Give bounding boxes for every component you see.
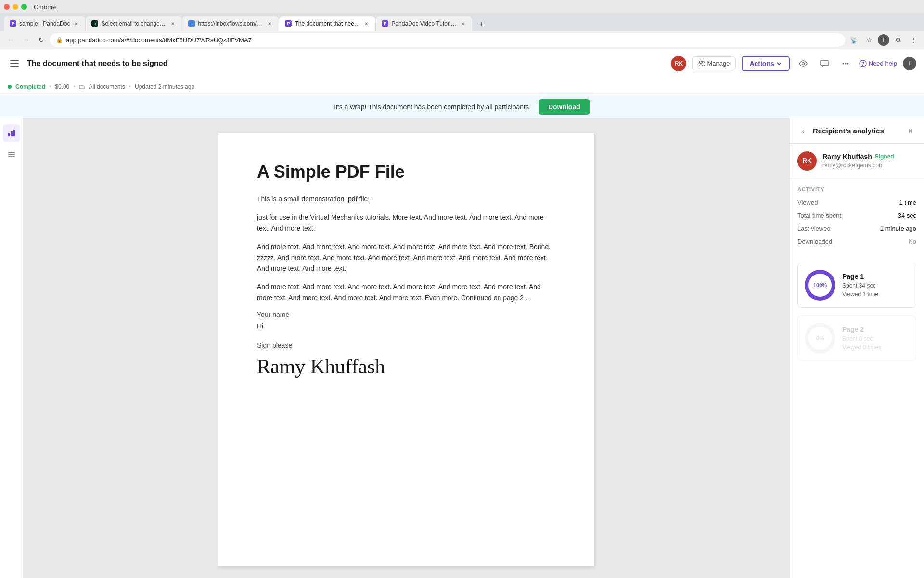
profile-icon[interactable]: I: [878, 34, 889, 46]
address-bar[interactable]: 🔒 app.pandadoc.com/a/#/documents/dMkF6UD…: [50, 33, 845, 47]
browser-tab-4[interactable]: P The document that needs to b... ✕: [279, 16, 375, 31]
tab-title-2: Select email to change | Djang...: [101, 20, 167, 27]
recipient-avatar: RK: [797, 151, 817, 171]
view-icon-button[interactable]: [796, 56, 811, 71]
page-1-viewed: Viewed 1 time: [842, 291, 878, 298]
svg-rect-1: [10, 63, 19, 64]
eye-icon: [799, 59, 808, 68]
maximize-window-button[interactable]: [21, 4, 27, 10]
app-header: The document that needs to be signed RK …: [0, 49, 924, 78]
comment-icon-button[interactable]: [817, 56, 832, 71]
viewed-value: 1 time: [899, 199, 916, 206]
page-1-spent: Spent 34 sec: [842, 282, 878, 289]
page-1-name: Page 1: [842, 273, 878, 280]
manage-button[interactable]: Manage: [692, 56, 736, 70]
analytics-back-button[interactable]: ‹: [797, 125, 809, 137]
tab-close-2[interactable]: ✕: [169, 20, 176, 27]
doc-viewer[interactable]: A Simple PDF File This is a small demons…: [23, 118, 789, 578]
tab-favicon-5: P: [382, 20, 388, 27]
forward-button[interactable]: →: [19, 33, 33, 47]
tab-title-5: PandaDoc Video Tutorials (Tri...: [391, 20, 457, 27]
tabs-bar: P sample - PandaDoc ✕ D Select email to …: [0, 13, 924, 31]
minimize-window-button[interactable]: [13, 4, 18, 10]
tab-close-5[interactable]: ✕: [460, 20, 466, 27]
need-help-button[interactable]: ? Need help: [859, 60, 897, 67]
tab-title-1: sample - PandaDoc: [19, 20, 70, 27]
menu-icon[interactable]: ⋮: [907, 33, 920, 47]
svg-rect-15: [8, 152, 15, 153]
cast-icon[interactable]: 📡: [847, 33, 860, 47]
svg-point-8: [845, 63, 846, 64]
separator-3: •: [129, 83, 131, 90]
browser-app-name: Chrome: [34, 3, 56, 11]
browser-tab-1[interactable]: P sample - PandaDoc ✕: [4, 16, 85, 31]
downloaded-value: No: [908, 238, 916, 245]
browser-tab-5[interactable]: P PandaDoc Video Tutorials (Tri... ✕: [376, 16, 472, 31]
last-viewed-row: Last viewed 1 minute ago: [797, 225, 916, 232]
doc-folder: All documents: [89, 83, 125, 90]
svg-rect-17: [8, 156, 15, 157]
sidebar-list-icon[interactable]: [3, 145, 20, 163]
tab-close-4[interactable]: ✕: [363, 20, 370, 27]
page-2-info: Page 2 Spent 0 sec Viewed 0 times: [842, 326, 881, 351]
analytics-header: ‹ Recipient's analytics ✕: [790, 118, 924, 144]
analytics-panel: ‹ Recipient's analytics ✕ RK Ramy Khuffa…: [789, 118, 924, 578]
activity-section: ACTIVITY Viewed 1 time Total time spent …: [790, 179, 924, 259]
tab-favicon-1: P: [10, 20, 16, 27]
user-avatar[interactable]: RK: [671, 56, 686, 71]
svg-rect-6: [821, 60, 828, 66]
bookmark-icon[interactable]: ☆: [862, 33, 876, 47]
svg-point-3: [700, 61, 702, 63]
viewed-label: Viewed: [797, 199, 818, 206]
people-icon: [698, 60, 705, 67]
browser-tab-3[interactable]: i https://inboxflows.com/emails/... ✕: [182, 16, 279, 31]
pdf-sign-label: Sign please: [257, 342, 555, 349]
list-icon: [7, 150, 16, 158]
last-viewed-value: 1 minute ago: [880, 225, 916, 232]
actions-button[interactable]: Actions: [742, 56, 789, 71]
tab-favicon-2: D: [91, 20, 98, 27]
extensions-icon[interactable]: ⚙: [891, 33, 905, 47]
svg-rect-2: [10, 66, 19, 67]
sidebar-toggle-button[interactable]: [8, 57, 21, 70]
separator-1: •: [49, 83, 51, 90]
pdf-page: A Simple PDF File This is a small demons…: [218, 133, 594, 566]
new-tab-button[interactable]: +: [475, 17, 488, 31]
back-button[interactable]: ←: [4, 33, 17, 47]
svg-rect-13: [11, 131, 13, 136]
svg-text:?: ?: [861, 61, 864, 66]
page-1-card: 100% Page 1 Spent 34 sec Viewed 1 time: [797, 263, 916, 308]
need-help-label: Need help: [869, 60, 897, 67]
close-window-button[interactable]: [4, 4, 10, 10]
browser-tab-2[interactable]: D Select email to change | Djang... ✕: [86, 16, 182, 31]
recipient-name: Ramy Khuffash: [822, 153, 872, 160]
svg-rect-16: [8, 154, 15, 155]
incognito-avatar[interactable]: I: [903, 57, 916, 70]
manage-label: Manage: [707, 60, 730, 67]
traffic-lights: [4, 4, 27, 10]
svg-rect-12: [8, 133, 10, 136]
pdf-para-4: And more text. And more text. And more t…: [257, 281, 555, 303]
tab-close-1[interactable]: ✕: [73, 20, 79, 27]
doc-title: The document that needs to be signed: [27, 59, 665, 68]
pdf-field-label: Your name: [257, 311, 555, 318]
pdf-field-value: Hi: [257, 322, 555, 330]
macos-titlebar: Chrome: [0, 0, 924, 13]
more-options-button[interactable]: [838, 56, 853, 71]
page-2-spent: Spent 0 sec: [842, 335, 881, 342]
doc-status-bar: Completed • $0.00 • All documents • Upda…: [0, 78, 924, 95]
download-button[interactable]: Download: [539, 99, 590, 115]
chevron-down-icon: [776, 61, 782, 66]
help-icon: ?: [859, 60, 867, 67]
svg-rect-0: [10, 60, 19, 61]
browser-chrome: P sample - PandaDoc ✕ D Select email to …: [0, 13, 924, 49]
separator-2: •: [73, 83, 75, 90]
svg-rect-14: [13, 130, 15, 136]
reload-button[interactable]: ↻: [35, 33, 48, 47]
analytics-close-button[interactable]: ✕: [905, 125, 916, 137]
sidebar-analytics-icon[interactable]: [3, 124, 20, 142]
tab-close-3[interactable]: ✕: [266, 20, 273, 27]
total-time-value: 34 sec: [898, 212, 916, 219]
page-analytics: 100% Page 1 Spent 34 sec Viewed 1 time 0…: [790, 259, 924, 376]
svg-point-7: [842, 63, 844, 64]
